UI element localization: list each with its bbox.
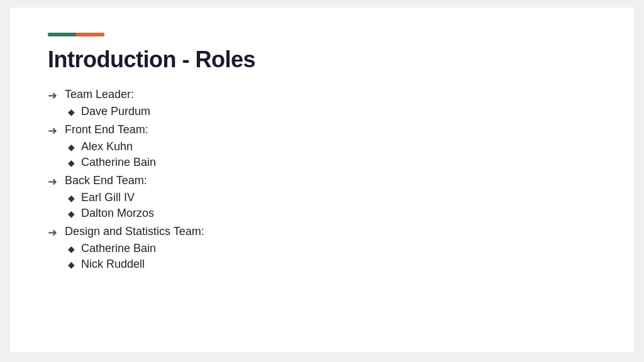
member-item-2-0: ◆Earl Gill IV [68,191,596,204]
section-group-1: ➜Front End Team:◆Alex Kuhn◆Catherine Bai… [48,123,596,169]
diamond-icon: ◆ [68,260,75,270]
arrow-icon: ➜ [48,226,57,239]
section-label-3: Design and Statistics Team: [65,225,204,238]
section-label-0: Team Leader: [65,88,134,101]
member-name-3-1: Nick Ruddell [81,258,145,271]
member-name-0-0: Dave Purdum [81,105,150,118]
section-item-1: ➜Front End Team: [48,123,596,138]
diamond-icon: ◆ [68,158,75,168]
diamond-icon: ◆ [68,142,75,152]
member-item-1-1: ◆Catherine Bain [68,156,596,169]
member-name-2-0: Earl Gill IV [81,191,135,204]
member-item-2-1: ◆Dalton Morzos [68,207,596,220]
accent-green [48,33,76,36]
member-name-1-0: Alex Kuhn [81,140,133,153]
sub-list-2: ◆Earl Gill IV◆Dalton Morzos [68,191,596,220]
member-item-3-1: ◆Nick Ruddell [68,258,596,271]
slide-content: Introduction - Roles ➜Team Leader:◆Dave … [10,8,634,352]
content-list: ➜Team Leader:◆Dave Purdum➜Front End Team… [48,88,596,272]
section-label-1: Front End Team: [65,123,148,136]
arrow-icon: ➜ [48,175,57,189]
member-name-2-1: Dalton Morzos [81,207,154,220]
diamond-icon: ◆ [68,244,75,254]
member-item-0-0: ◆Dave Purdum [68,105,596,118]
slide-title: Introduction - Roles [48,47,596,73]
section-item-0: ➜Team Leader: [48,88,596,102]
sub-list-0: ◆Dave Purdum [68,105,596,118]
diamond-icon: ◆ [68,209,75,219]
member-item-1-0: ◆Alex Kuhn [68,140,596,153]
diamond-icon: ◆ [68,193,75,203]
slide-container: Introduction - Roles ➜Team Leader:◆Dave … [0,0,644,362]
section-item-2: ➜Back End Team: [48,174,596,189]
section-group-2: ➜Back End Team:◆Earl Gill IV◆Dalton Morz… [48,174,596,220]
accent-bar [48,33,596,36]
sub-list-1: ◆Alex Kuhn◆Catherine Bain [68,140,596,169]
arrow-icon: ➜ [48,124,57,138]
member-item-3-0: ◆Catherine Bain [68,242,596,255]
member-name-3-0: Catherine Bain [81,242,156,255]
diamond-icon: ◆ [68,107,75,117]
arrow-icon: ➜ [48,89,57,102]
sub-list-3: ◆Catherine Bain◆Nick Ruddell [68,242,596,271]
section-group-3: ➜Design and Statistics Team:◆Catherine B… [48,225,596,271]
member-name-1-1: Catherine Bain [81,156,156,169]
section-group-0: ➜Team Leader:◆Dave Purdum [48,88,596,118]
accent-orange [76,33,104,36]
section-label-2: Back End Team: [65,174,147,187]
section-item-3: ➜Design and Statistics Team: [48,225,596,239]
